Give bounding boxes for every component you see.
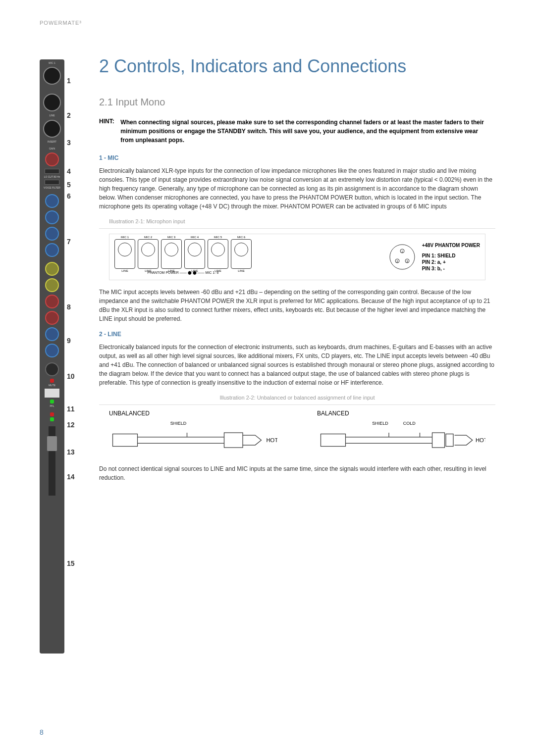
sig-indicator-icon — [50, 417, 54, 421]
balanced-jack-diagram: BALANCED SHIELD COLD HOT — [317, 410, 485, 454]
lo-knob-icon — [45, 243, 59, 257]
locut-button-icon — [45, 169, 59, 174]
voice-button-icon — [45, 180, 59, 185]
callout-11: 11 — [67, 405, 75, 413]
channel-fader-icon — [49, 426, 55, 496]
xlr-connector-icon — [43, 67, 61, 85]
callout-2: 2 — [67, 111, 71, 119]
callout-5: 5 — [67, 181, 71, 189]
svg-text:HOT: HOT — [267, 437, 278, 443]
hint-label: HINT: — [99, 118, 119, 125]
xlr-connector-row: MIC 1LINE MIC 2LINE MIC 3LINE MIC 4LINE … — [114, 239, 252, 269]
svg-rect-16 — [432, 433, 445, 448]
divider — [99, 228, 495, 229]
strip-mic-label: MIC 1 — [40, 61, 64, 64]
line-para1: Electronically balanced inputs for the c… — [99, 343, 495, 387]
strip-voice-label: VOICE FILTER — [40, 186, 64, 189]
svg-rect-10 — [224, 433, 243, 448]
mic-heading: 1 - MIC — [99, 154, 495, 161]
insert-jack-icon — [43, 120, 61, 138]
strip-locut-label: LO CUT 80 Hz — [40, 175, 64, 178]
illustration-2-1: MIC 1LINE MIC 2LINE MIC 3LINE MIC 4LINE … — [109, 234, 485, 280]
svg-point-0 — [390, 245, 415, 269]
strip-mute-label: MUTE — [40, 384, 64, 387]
line-jack-icon — [43, 94, 61, 111]
callout-13: 13 — [67, 448, 75, 456]
callout-9: 9 — [67, 337, 71, 345]
divider-2 — [99, 404, 495, 405]
section-heading-2-1: 2.1 Input Mono — [99, 97, 495, 108]
callout-1: 1 — [67, 77, 71, 85]
mid-freq-knob-icon — [45, 210, 59, 224]
fx1-knob-icon — [45, 262, 59, 276]
callout-8: 8 — [67, 303, 71, 311]
phantom-power-diagram-label: PHANTOM POWER —— ⬤ ⬤ —— MIC 1- 6 — [114, 271, 252, 275]
callout-12: 12 — [67, 421, 75, 429]
mon1-knob-icon — [45, 327, 59, 341]
xlr-pinout-icon: 1 2 3 — [387, 242, 417, 272]
callout-15: 15 — [67, 559, 75, 567]
hi-knob-icon — [45, 194, 59, 208]
channel-strip-diagram: MIC 1 LINE INSERT GAIN LO CUT 80 Hz VOIC… — [40, 59, 64, 654]
aux1-knob-icon — [45, 295, 59, 308]
callout-3: 3 — [67, 139, 71, 147]
strip-line-label: LINE — [40, 114, 64, 117]
callout-14: 14 — [67, 473, 75, 481]
pin-info: +48V PHANTOM POWER PIN 1: SHIELD PIN 2: … — [422, 242, 480, 272]
aux2-knob-icon — [45, 311, 59, 325]
unbalanced-title: UNBALANCED — [109, 410, 277, 417]
illustration-2-2-caption: Illustration 2-2: Unbalanced or balanced… — [99, 395, 495, 401]
svg-text:HOT: HOT — [476, 437, 485, 443]
callout-6: 6 — [67, 192, 71, 200]
mid-knob-icon — [45, 227, 59, 241]
svg-rect-13 — [321, 434, 346, 447]
strip-pfl-label: PFL — [40, 404, 64, 407]
hint-text: When connecting signal sources, please m… — [120, 118, 492, 145]
svg-rect-17 — [446, 434, 453, 447]
mic-para2: The MIC input accepts levels between -60… — [99, 288, 495, 323]
fx2-knob-icon — [45, 278, 59, 292]
brand-header: POWERMATE³ — [40, 20, 495, 26]
line-heading: 2 - LINE — [99, 331, 495, 338]
pfl-indicator-icon — [50, 400, 54, 403]
gain-knob-icon — [45, 152, 59, 166]
mute-indicator-icon — [50, 379, 54, 383]
callout-10: 10 — [67, 372, 75, 380]
hint-block: HINT: When connecting signal sources, pl… — [99, 118, 495, 145]
svg-rect-7 — [113, 434, 138, 447]
channel-number-display — [45, 389, 59, 398]
unbalanced-jack-diagram: UNBALANCED SHIELD HOT — [109, 410, 277, 454]
pan-knob-icon — [45, 362, 59, 376]
line-para2: Do not connect identical signal sources … — [99, 464, 495, 482]
balanced-title: BALANCED — [317, 410, 485, 417]
illustration-2-1-caption: Illustration 2-1: Microphon input — [109, 218, 495, 224]
trs-jack-icon: HOT — [317, 428, 485, 453]
mic-para1: Electronically balanced XLR-type inputs … — [99, 166, 495, 211]
illustration-2-2: UNBALANCED SHIELD HOT BALANCED — [109, 410, 485, 454]
callout-4: 4 — [67, 167, 71, 175]
pk-indicator-icon — [50, 412, 54, 416]
page-number: 8 — [40, 728, 44, 736]
page-title: 2 Controls, Indicators and Connections — [99, 55, 495, 77]
strip-gain-label: GAIN — [40, 147, 64, 150]
callout-7: 7 — [67, 238, 71, 246]
strip-insert-label: INSERT — [40, 140, 64, 143]
fader-cap-icon — [47, 436, 57, 451]
mon2-knob-icon — [45, 344, 59, 357]
ts-jack-icon: HOT — [109, 428, 277, 453]
